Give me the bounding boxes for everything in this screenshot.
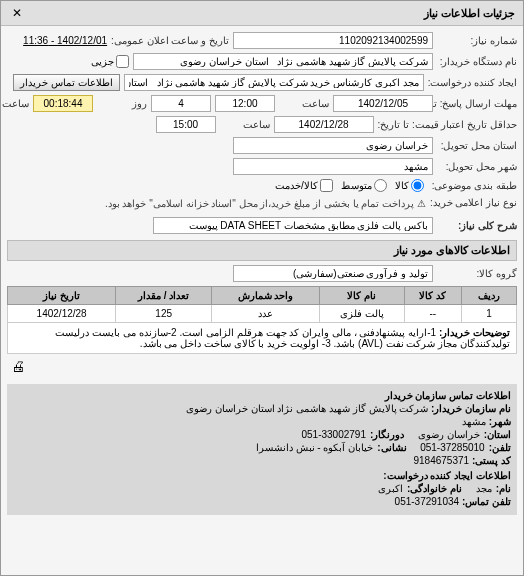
radio-medium[interactable] bbox=[374, 179, 387, 192]
validity-date-input[interactable] bbox=[274, 116, 374, 133]
row-buyer-org: نام دستگاه خریدار: جزیی bbox=[7, 53, 517, 70]
creator-phone-row: تلفن تماس: 051-37291034 bbox=[13, 496, 511, 507]
row-request-number: شماره نیاز: تاریخ و ساعت اعلان عمومی: 14… bbox=[7, 32, 517, 49]
contact-org-row: نام سازمان خریدار: شرکت پالایش گاز شهید … bbox=[13, 403, 511, 414]
contact-phone-label: تلفن: bbox=[489, 442, 511, 453]
row-desc: شرح کلی نیاز: bbox=[7, 217, 517, 234]
contact-postcode-value: 9184675371 bbox=[413, 455, 469, 466]
goods-section-header: اطلاعات کالاهای مورد نیاز bbox=[7, 240, 517, 261]
check-service[interactable] bbox=[320, 179, 333, 192]
contact-address-label: نشانی: bbox=[377, 442, 406, 453]
need-type-label: نوع نیاز اعلامی خرید: bbox=[430, 197, 517, 208]
radio-all-wrap[interactable]: کالا bbox=[395, 179, 424, 192]
row-goods-group: گروه کالا: bbox=[7, 265, 517, 282]
request-number-label: شماره نیاز: bbox=[437, 35, 517, 46]
payment-note: ⚠ پرداخت تمام یا بخشی از مبلغ خرید،از مح… bbox=[105, 198, 426, 209]
deadline-time-label: ساعت bbox=[279, 98, 329, 109]
contact-org-value: شرکت پالایش گاز شهید هاشمی نژاد استان خر… bbox=[186, 403, 428, 414]
contact-province-label: استان: bbox=[484, 429, 511, 440]
table-header-row: ردیف کد کالا نام کالا واحد شمارش تعداد /… bbox=[8, 287, 517, 305]
th-date: تاریخ نیاز bbox=[8, 287, 116, 305]
check-service-label: کالا/خدمت bbox=[275, 180, 318, 191]
cell-desc: توضیحات خریدار: 1-ارایه پیشنهادفنی ، مال… bbox=[8, 323, 517, 354]
content-area: شماره نیاز: تاریخ و ساعت اعلان عمومی: 14… bbox=[1, 26, 523, 521]
province-label: استان محل تحویل: bbox=[437, 140, 517, 151]
city-input[interactable] bbox=[233, 158, 433, 175]
row-deadline: مهلت ارسال پاسخ: تا تاریخ: ساعت روز ساعت… bbox=[7, 95, 517, 112]
table-row[interactable]: 1 -- پالت فلزی عدد 125 1402/12/28 bbox=[8, 305, 517, 323]
th-name: نام کالا bbox=[319, 287, 404, 305]
buyer-contact-button[interactable]: اطلاعات تماس خریدار bbox=[13, 74, 120, 91]
contact-section: اطلاعات تماس سازمان خریدار نام سازمان خر… bbox=[7, 384, 517, 515]
province-input[interactable] bbox=[233, 137, 433, 154]
contact-phone-value: 051-37285010 bbox=[420, 442, 485, 453]
creator-phone-value: 051-37291034 bbox=[395, 496, 460, 507]
days-input[interactable] bbox=[151, 95, 211, 112]
contact-line2: تلفن: 051-37285010 نشانی: خیابان آبکوه -… bbox=[13, 442, 511, 453]
contact-city-label: شهر: bbox=[489, 416, 511, 427]
contact-city-row: شهر: مشهد bbox=[13, 416, 511, 427]
validity-time-input[interactable] bbox=[156, 116, 216, 133]
contact-fax-label: دورنگار: bbox=[370, 429, 404, 440]
buyer-org-input[interactable] bbox=[133, 53, 433, 70]
buyer-desc-label: توضیحات خریدار: bbox=[439, 327, 510, 338]
remaining-time-display bbox=[33, 95, 93, 112]
cell-row: 1 bbox=[462, 305, 517, 323]
row-creator: ایجاد کننده درخواست: اطلاعات تماس خریدار bbox=[7, 74, 517, 91]
creator-line: نام: مجد نام خانوادگی: اکبری bbox=[13, 483, 511, 494]
desc-label: شرح کلی نیاز: bbox=[437, 220, 517, 231]
contact-postcode-row: کد پستی: 9184675371 bbox=[13, 455, 511, 466]
cell-code: -- bbox=[404, 305, 461, 323]
deadline-time-input[interactable] bbox=[215, 95, 275, 112]
partial-label: جزیی bbox=[91, 56, 114, 67]
th-code: کد کالا bbox=[404, 287, 461, 305]
radio-medium-wrap[interactable]: متوسط bbox=[341, 179, 387, 192]
public-datetime-value: 1402/12/01 - 11:36 bbox=[23, 35, 107, 46]
desc-input[interactable] bbox=[153, 217, 433, 234]
title-bar: جزئیات اطلاعات نیاز ✕ bbox=[1, 1, 523, 26]
creator-label: ایجاد کننده درخواست: bbox=[428, 77, 517, 88]
row-validity: حداقل تاریخ اعتبار قیمت: تا تاریخ: ساعت bbox=[7, 116, 517, 133]
contact-province-value: خراسان رضوی bbox=[418, 429, 480, 440]
goods-group-input[interactable] bbox=[233, 265, 433, 282]
table-desc-row: توضیحات خریدار: 1-ارایه پیشنهادفنی ، مال… bbox=[8, 323, 517, 354]
goods-group-label: گروه کالا: bbox=[437, 268, 517, 279]
creator-phone-label: تلفن تماس: bbox=[462, 496, 511, 507]
print-icon[interactable]: 🖨 bbox=[11, 358, 27, 374]
partial-checkbox[interactable] bbox=[116, 55, 129, 68]
radio-all[interactable] bbox=[411, 179, 424, 192]
cell-unit: عدد bbox=[212, 305, 320, 323]
creator-title: اطلاعات ایجاد کننده درخواست: bbox=[13, 470, 511, 481]
validity-time-label: ساعت bbox=[220, 119, 270, 130]
cell-date: 1402/12/28 bbox=[8, 305, 116, 323]
contact-city-value: مشهد bbox=[462, 416, 486, 427]
contact-title: اطلاعات تماس سازمان خریدار bbox=[13, 390, 511, 401]
row-need-type: نوع نیاز اعلامی خرید: ⚠ پرداخت تمام یا ب… bbox=[7, 196, 517, 209]
buyer-org-label: نام دستگاه خریدار: bbox=[437, 56, 517, 67]
request-number-input[interactable] bbox=[233, 32, 433, 49]
partial-checkbox-wrap[interactable]: جزیی bbox=[91, 55, 129, 68]
creator-lname-label: نام خانوادگی: bbox=[407, 483, 462, 494]
print-row: 🖨 bbox=[7, 354, 517, 378]
window-title: جزئیات اطلاعات نیاز bbox=[424, 7, 515, 20]
row-province: استان محل تحویل: bbox=[7, 137, 517, 154]
creator-name-value: مجد bbox=[476, 483, 492, 494]
public-datetime-label: تاریخ و ساعت اعلان عمومی: bbox=[111, 35, 229, 46]
deadline-date-input[interactable] bbox=[333, 95, 433, 112]
th-row: ردیف bbox=[462, 287, 517, 305]
contact-org-label: نام سازمان خریدار: bbox=[431, 403, 511, 414]
creator-name-label: نام: bbox=[496, 483, 511, 494]
group-label: طبقه بندی موضوعی: bbox=[432, 180, 517, 191]
contact-postcode-label: کد پستی: bbox=[472, 455, 511, 466]
close-icon[interactable]: ✕ bbox=[9, 5, 25, 21]
goods-table: ردیف کد کالا نام کالا واحد شمارش تعداد /… bbox=[7, 286, 517, 354]
check-service-wrap[interactable]: کالا/خدمت bbox=[275, 179, 333, 192]
row-city: شهر محل تحویل: bbox=[7, 158, 517, 175]
details-window: جزئیات اطلاعات نیاز ✕ شماره نیاز: تاریخ … bbox=[0, 0, 524, 576]
contact-fax-value: 051-33002791 bbox=[301, 429, 366, 440]
radio-all-label: کالا bbox=[395, 180, 409, 191]
creator-input[interactable] bbox=[124, 74, 424, 91]
radio-medium-label: متوسط bbox=[341, 180, 372, 191]
remaining-label: ساعت باقی مانده bbox=[0, 98, 29, 109]
contact-line1: استان: خراسان رضوی دورنگار: 051-33002791 bbox=[13, 429, 511, 440]
